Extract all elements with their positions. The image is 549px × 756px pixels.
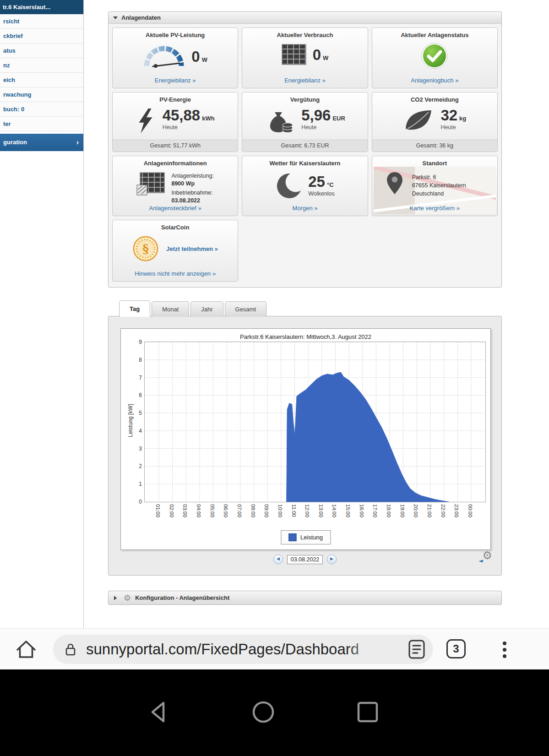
sidebar-item-konfiguration[interactable]: guration › bbox=[0, 134, 83, 151]
browser-menu-button[interactable] bbox=[503, 639, 506, 661]
sidebar-item-status[interactable]: atus bbox=[0, 44, 83, 58]
money-bag-icon bbox=[265, 108, 294, 134]
consumption-value: 0 bbox=[313, 46, 321, 63]
energiebilanz-link[interactable]: Energiebilanz » bbox=[113, 77, 238, 84]
pv-energy-unit: kWh bbox=[202, 115, 214, 122]
sidebar-item-bilanz[interactable]: nz bbox=[0, 58, 83, 73]
x-axis-ticks: 01:0002:0003:0004:0005:0006:0007:0008:00… bbox=[145, 503, 485, 530]
karte-vergroessern-link[interactable]: Karte vergrößern » bbox=[374, 205, 496, 212]
chart-settings-gear-icon[interactable]: ⚙ bbox=[482, 550, 492, 561]
screen: tr.6 Kaiserslaut... rsicht ckbrief atus … bbox=[0, 0, 549, 756]
address-line: 67655 Kaiserslautern bbox=[412, 181, 466, 190]
chevron-right-icon: › bbox=[76, 134, 79, 151]
feed-in-total: Gesamt: 6,73 EUR bbox=[242, 140, 367, 152]
feed-in-unit: EUR bbox=[332, 115, 345, 122]
android-back-button[interactable] bbox=[147, 700, 171, 726]
y-tick-label: 4 bbox=[129, 428, 142, 434]
period-label: Heute bbox=[163, 124, 215, 131]
tab-tag[interactable]: Tag bbox=[119, 300, 150, 317]
x-tick-label: 14:00 bbox=[332, 504, 337, 517]
android-home-button[interactable] bbox=[251, 700, 275, 726]
tab-jahr[interactable]: Jahr bbox=[190, 301, 223, 317]
x-tick-label: 03:00 bbox=[182, 504, 188, 517]
card-grid: Aktuelle PV-Leistung 0W Energiebilanz » bbox=[109, 24, 501, 285]
morgen-link[interactable]: Morgen » bbox=[242, 205, 367, 212]
legend-swatch bbox=[288, 533, 296, 541]
browser-home-button[interactable] bbox=[15, 638, 37, 662]
weather-condition: Wolkenlos bbox=[308, 190, 334, 197]
url-fade bbox=[346, 635, 387, 664]
area-chart bbox=[145, 342, 485, 502]
android-recents-button[interactable] bbox=[356, 700, 380, 726]
sidebar-plant-title: tr.6 Kaiserslaut... bbox=[0, 0, 83, 14]
expand-icon bbox=[114, 596, 117, 600]
anlagendaten-panel: Anlagendaten Aktuelle PV-Leistung 0W bbox=[108, 11, 502, 288]
document-icon bbox=[408, 640, 425, 659]
x-tick-label: 13:00 bbox=[318, 504, 324, 517]
chart-legend: Leistung bbox=[281, 530, 331, 544]
chart-area-series bbox=[287, 372, 449, 502]
energiebilanz-link[interactable]: Energiebilanz » bbox=[242, 77, 367, 84]
plot-area bbox=[144, 342, 486, 502]
sidebar-item-vergleich[interactable]: eich bbox=[0, 73, 83, 87]
address-bar[interactable]: sunnyportal.com/FixedPages/Dashboard bbox=[53, 635, 433, 664]
gear-glyph: ⚙ bbox=[482, 549, 492, 561]
period-label: Heute bbox=[440, 124, 466, 131]
sidebar-item-logbuch[interactable]: buch: 0 bbox=[0, 102, 83, 117]
lock-icon bbox=[65, 642, 76, 656]
lightning-icon bbox=[136, 108, 155, 134]
x-tick-label: 09:00 bbox=[264, 504, 269, 517]
x-tick-label: 00:00 bbox=[467, 504, 473, 517]
prev-day-button[interactable]: ◀ bbox=[273, 555, 283, 564]
svg-text:§: § bbox=[143, 242, 149, 256]
jetzt-teilnehmen-link[interactable]: Jetzt teilnehmen » bbox=[166, 245, 218, 252]
tab-gesamt[interactable]: Gesamt bbox=[225, 301, 267, 317]
tab-monat[interactable]: Monat bbox=[152, 301, 189, 317]
card-co2: CO2 Vermeidung 32kg Heute Gesamt: 36 kg bbox=[372, 92, 498, 152]
anlagenlogbuch-link[interactable]: Anlagenlogbuch » bbox=[372, 77, 497, 84]
solarcoin-icon: § bbox=[132, 235, 159, 262]
x-tick-label: 19:00 bbox=[400, 504, 405, 517]
x-tick-label: 12:00 bbox=[304, 504, 310, 517]
hinweis-dismiss-link[interactable]: Hinweis nicht mehr anzeigen » bbox=[113, 270, 238, 277]
date-input[interactable] bbox=[287, 555, 323, 564]
card-verbrauch: Aktueller Verbrauch 0W Energiebilanz » bbox=[242, 27, 368, 88]
sidebar-item-steckbrief[interactable]: ckbrief bbox=[0, 29, 83, 44]
card-anlageninformationen: Anlageninformationen Anlagenleistung: 89… bbox=[112, 156, 238, 216]
x-tick-label: 16:00 bbox=[359, 504, 364, 517]
reader-mode-button[interactable] bbox=[408, 640, 425, 661]
y-tick-label: 0 bbox=[129, 499, 142, 505]
card-pv-leistung: Aktuelle PV-Leistung 0W Energiebilanz » bbox=[112, 27, 238, 88]
location-map[interactable]: Parkstr. 6 67655 Kaiserslautern Deutschl… bbox=[374, 167, 496, 214]
sidebar-item-weiter[interactable]: ter bbox=[0, 117, 83, 131]
sidebar-item-label: guration bbox=[3, 139, 27, 146]
period-label: Heute bbox=[301, 124, 345, 131]
x-tick-label: 22:00 bbox=[440, 504, 446, 517]
anlagendaten-header[interactable]: Anlagendaten bbox=[109, 12, 501, 24]
plant-address: Parkstr. 6 67655 Kaiserslautern Deutschl… bbox=[412, 173, 466, 198]
period-tabs: Tag Monat Jahr Gesamt bbox=[119, 300, 266, 317]
x-tick-label: 08:00 bbox=[250, 504, 256, 517]
leaf-icon bbox=[403, 108, 433, 132]
solar-panel-icon bbox=[282, 44, 306, 65]
x-tick-label: 17:00 bbox=[372, 504, 378, 517]
chart-title: Parkstr.6 Kaiserslautern: Mittwoch,3. Au… bbox=[121, 333, 490, 340]
sidebar-item-uebersicht[interactable]: rsicht bbox=[0, 14, 83, 29]
plant-power-label: Anlagenleistung: bbox=[171, 173, 213, 179]
temperature-unit: °C bbox=[327, 181, 334, 188]
anlagensteckbrief-link[interactable]: Anlagensteckbrief » bbox=[113, 205, 238, 212]
card-title: Anlageninformationen bbox=[113, 156, 238, 167]
konfiguration-panel-header[interactable]: ⚙ Konfiguration - Anlagenübersicht bbox=[108, 591, 502, 605]
date-navigation: ◀ ▶ bbox=[109, 555, 501, 564]
card-standort: Standort Parkstr. 6 67655 Kaiserslautern… bbox=[372, 156, 498, 216]
temperature-value: 25 bbox=[308, 173, 325, 190]
consumption-unit: W bbox=[323, 54, 328, 61]
commissioning-value: 03.08.2022 bbox=[171, 197, 213, 205]
next-day-button[interactable]: ▶ bbox=[327, 555, 337, 564]
y-tick-label: 5 bbox=[129, 410, 142, 416]
y-tick-label: 7 bbox=[129, 375, 142, 381]
tab-count-button[interactable]: 3 bbox=[446, 639, 466, 658]
sidebar-item-ueberwachung[interactable]: rwachung bbox=[0, 87, 83, 102]
card-title: Aktuelle PV-Leistung bbox=[113, 28, 238, 38]
x-tick-label: 06:00 bbox=[223, 504, 228, 517]
